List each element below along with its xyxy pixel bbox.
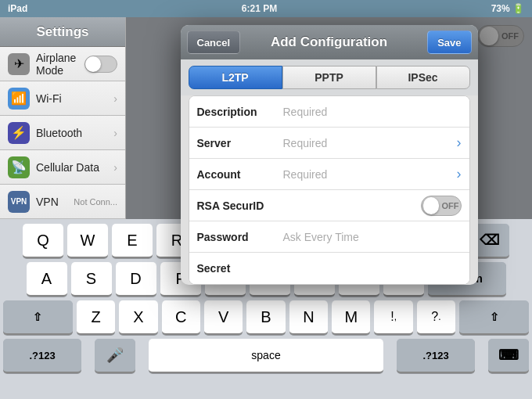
vpn-sublabel: Not Conn... bbox=[74, 197, 117, 207]
sidebar-label-cellular: Cellular Data bbox=[36, 161, 107, 174]
server-label: Server bbox=[197, 137, 283, 149]
cellular-icon: 📡 bbox=[8, 156, 30, 178]
form-fields: Description Required Server Required › A… bbox=[189, 95, 470, 285]
server-value: Required bbox=[283, 137, 457, 149]
key-w[interactable]: W bbox=[67, 224, 108, 258]
password-value: Ask Every Time bbox=[283, 231, 462, 243]
tab-l2tp[interactable]: L2TP bbox=[189, 66, 282, 89]
wifi-icon: 📶 bbox=[8, 88, 30, 110]
key-n[interactable]: N bbox=[289, 300, 328, 335]
sidebar-item-wifi[interactable]: 📶 Wi-Fi › bbox=[0, 81, 125, 116]
airplane-toggle[interactable] bbox=[84, 56, 117, 73]
key-x[interactable]: X bbox=[119, 300, 157, 335]
key-excl[interactable]: !, bbox=[374, 300, 412, 335]
cellular-chevron: › bbox=[113, 161, 117, 174]
rsa-toggle[interactable]: OFF bbox=[421, 196, 462, 216]
tab-bar: L2TP PPTP IPSec bbox=[181, 59, 478, 95]
description-value: Required bbox=[283, 106, 462, 118]
key-a[interactable]: A bbox=[27, 262, 67, 297]
sidebar-item-vpn[interactable]: VPN VPN Not Conn... bbox=[0, 185, 125, 219]
key-v[interactable]: V bbox=[204, 300, 243, 335]
add-configuration-modal: Cancel Add Configuration Save L2TP PPTP … bbox=[181, 25, 478, 285]
password-label: Password bbox=[197, 231, 283, 243]
field-server[interactable]: Server Required › bbox=[189, 128, 469, 159]
tab-ipsec[interactable]: IPSec bbox=[376, 66, 470, 89]
bluetooth-icon: ⚡ bbox=[8, 122, 30, 144]
account-arrow: › bbox=[457, 166, 462, 182]
sidebar-title: Settings bbox=[36, 24, 88, 40]
rsa-toggle-label: OFF bbox=[442, 201, 459, 210]
sidebar-item-cellular[interactable]: 📡 Cellular Data › bbox=[0, 150, 125, 185]
tab-pptp[interactable]: PPTP bbox=[282, 66, 376, 89]
sidebar-label-bluetooth: Bluetooth bbox=[36, 127, 107, 139]
description-label: Description bbox=[197, 106, 283, 118]
bluetooth-chevron: › bbox=[113, 127, 117, 139]
status-center: 6:21 PM bbox=[242, 3, 277, 14]
key-z[interactable]: Z bbox=[77, 300, 115, 335]
key-m[interactable]: M bbox=[332, 300, 370, 335]
key-s[interactable]: S bbox=[71, 262, 112, 297]
key-e[interactable]: E bbox=[112, 224, 153, 258]
status-bar: iPad 6:21 PM 73% 🔋 bbox=[0, 0, 532, 17]
sidebar-header: Settings bbox=[0, 17, 125, 47]
vpn-icon: VPN bbox=[8, 191, 30, 213]
save-button[interactable]: Save bbox=[427, 31, 471, 54]
modal-overlay: Cancel Add Configuration Save L2TP PPTP … bbox=[126, 17, 532, 219]
key-shift-left[interactable]: ⇧ bbox=[3, 300, 73, 335]
rsa-knob bbox=[423, 197, 439, 214]
key-numbers-left[interactable]: .?123 bbox=[3, 339, 81, 373]
field-secret[interactable]: Secret bbox=[189, 253, 469, 284]
modal-title: Add Configuration bbox=[271, 34, 387, 50]
modal-header: Cancel Add Configuration Save bbox=[181, 25, 478, 59]
key-quest[interactable]: ?. bbox=[417, 300, 455, 335]
keyboard-row-3: ⇧ Z X C V B N M !, ?. ⇧ bbox=[3, 300, 529, 335]
sidebar-label-wifi: Wi-Fi bbox=[36, 92, 107, 105]
key-keyboard[interactable]: ⌨ bbox=[488, 339, 529, 373]
sidebar: Settings ✈ Airplane Mode 📶 Wi-Fi › ⚡ Blu… bbox=[0, 17, 126, 219]
account-value: Required bbox=[283, 168, 457, 181]
sidebar-label-vpn: VPN bbox=[36, 196, 67, 208]
field-password[interactable]: Password Ask Every Time bbox=[189, 221, 469, 253]
status-left: iPad bbox=[8, 3, 27, 14]
account-label: Account bbox=[197, 168, 283, 181]
wifi-chevron: › bbox=[113, 92, 117, 105]
key-b[interactable]: B bbox=[246, 300, 285, 335]
field-account[interactable]: Account Required › bbox=[189, 159, 469, 190]
key-mic[interactable]: 🎤 bbox=[95, 339, 135, 373]
key-space[interactable]: space bbox=[149, 339, 383, 373]
key-numbers-right[interactable]: .?123 bbox=[397, 339, 475, 373]
key-d[interactable]: D bbox=[116, 262, 156, 297]
key-q[interactable]: Q bbox=[23, 224, 63, 258]
server-arrow: › bbox=[457, 135, 462, 151]
field-description[interactable]: Description Required bbox=[189, 96, 469, 128]
key-shift-right[interactable]: ⇧ bbox=[459, 300, 529, 335]
keyboard-row-bottom: .?123 🎤 space .?123 ⌨ bbox=[3, 339, 529, 373]
field-rsa[interactable]: RSA SecurID OFF bbox=[189, 190, 469, 221]
sidebar-item-airplane[interactable]: ✈ Airplane Mode bbox=[0, 47, 125, 81]
content-area: OFF Cancel Add Configuration Save L2TP bbox=[126, 17, 532, 219]
key-c[interactable]: C bbox=[162, 300, 200, 335]
secret-label: Secret bbox=[197, 262, 283, 275]
sidebar-label-airplane: Airplane Mode bbox=[36, 52, 78, 77]
cancel-button[interactable]: Cancel bbox=[187, 31, 241, 54]
airplane-icon: ✈ bbox=[8, 53, 30, 75]
sidebar-item-bluetooth[interactable]: ⚡ Bluetooth › bbox=[0, 116, 125, 150]
rsa-label: RSA SecurID bbox=[197, 200, 283, 212]
status-right: 73% 🔋 bbox=[491, 3, 524, 14]
main-area: Settings ✈ Airplane Mode 📶 Wi-Fi › ⚡ Blu… bbox=[0, 17, 532, 219]
